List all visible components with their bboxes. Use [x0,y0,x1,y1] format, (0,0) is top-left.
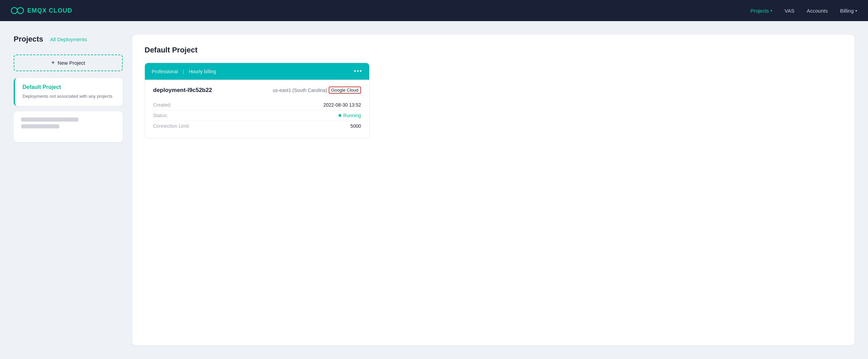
billing-chevron-icon: ▾ [855,9,857,13]
svg-point-1 [17,7,24,14]
more-options-button[interactable]: ••• [354,68,362,75]
created-label: Created: [153,102,171,108]
created-row: Created: 2022-08-30 13:52 [153,100,361,110]
created-value: 2022-08-30 13:52 [323,102,361,108]
project-name-title: Default Project [145,46,842,54]
status-value: Running [339,113,361,118]
new-project-button[interactable]: + New Project [14,54,123,71]
nav-vas[interactable]: VAS [784,8,794,14]
sidebar-title: Projects [14,35,43,44]
all-deployments-link[interactable]: All Deployments [50,36,87,42]
plus-icon: + [51,59,55,66]
deployment-name: deployment-l9c52b22 [153,87,212,94]
app-header: EMQX CLOUD Projects ▾ VAS Accounts Billi… [0,0,868,21]
connection-limit-value: 5000 [350,123,361,129]
status-label: Status: [153,113,168,118]
deployment-card-header: Professional | Hourly billing ••• [145,63,369,80]
deployment-card: Professional | Hourly billing ••• deploy… [145,63,370,138]
deployment-type-label: Professional [152,69,178,74]
sidebar: Projects All Deployments + New Project D… [14,35,123,345]
connection-limit-label: Connection Limit: [153,123,190,129]
placeholder-bar-2 [21,124,59,128]
deployment-name-row: deployment-l9c52b22 us-east1 (South Caro… [153,87,361,94]
connection-limit-row: Connection Limit: 5000 [153,121,361,131]
default-project-description: Deployments not associated with any proj… [23,93,117,100]
deployment-region: us-east1 (South Carolina) Google Cloud [273,87,361,94]
region-text: us-east1 (South Carolina) [273,88,327,93]
placeholder-project-card [14,111,123,142]
default-project-card[interactable]: Default Project Deployments not associat… [14,78,123,106]
sidebar-header: Projects All Deployments [14,35,123,44]
default-project-title: Default Project [23,84,117,90]
nav-accounts[interactable]: Accounts [807,8,828,14]
nav-billing[interactable]: Billing ▾ [840,8,857,14]
nav-projects[interactable]: Projects ▾ [750,8,772,14]
cloud-provider-badge: Google Cloud [329,87,361,94]
main-layout: Projects All Deployments + New Project D… [0,21,868,359]
deployment-card-body: deployment-l9c52b22 us-east1 (South Caro… [145,80,369,138]
logo: EMQX CLOUD [11,6,72,15]
logo-text: EMQX CLOUD [27,7,72,14]
placeholder-bar-1 [21,118,78,122]
billing-type-label: Hourly billing [189,69,216,74]
status-row: Status: Running [153,110,361,121]
header-divider: | [183,69,184,74]
deployment-card-header-text: Professional | Hourly billing [152,69,216,74]
status-dot-icon [339,114,341,117]
chevron-down-icon: ▾ [770,9,772,13]
svg-point-0 [11,7,17,14]
main-nav: Projects ▾ VAS Accounts Billing ▾ [750,8,857,14]
right-panel: Default Project Professional | Hourly bi… [132,35,854,345]
logo-icon [11,6,24,15]
